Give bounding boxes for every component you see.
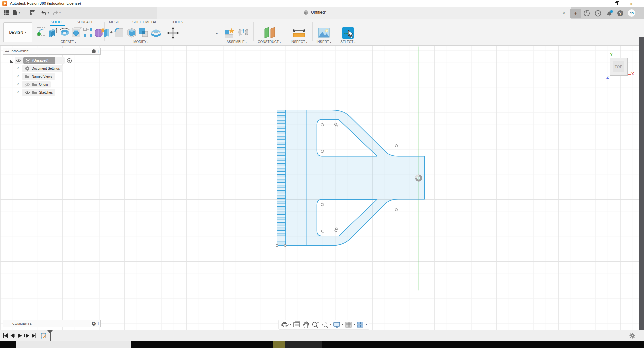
undo-icon[interactable] (41, 10, 47, 15)
redo-icon[interactable] (53, 10, 59, 15)
expander-collapsed-icon[interactable]: ▷ (17, 66, 19, 69)
grid-caret[interactable]: ▾ (354, 323, 355, 326)
sketch-comb-tooth[interactable] (277, 180, 285, 182)
workspace-switcher-design[interactable]: DESIGN ▾ (3, 22, 32, 42)
sketch-profile-fill[interactable] (277, 110, 424, 246)
combine-icon[interactable] (138, 27, 149, 39)
sketch-comb-tooth[interactable] (277, 185, 285, 188)
insert-image-icon[interactable] (317, 27, 330, 39)
help-icon[interactable]: ? (617, 10, 624, 17)
window-minimize-button[interactable] (596, 1, 606, 7)
sketch-point[interactable] (321, 203, 324, 206)
collapse-panel-icon[interactable]: ◀◀ (5, 50, 9, 53)
sketch-point[interactable] (321, 230, 324, 232)
look-at-icon[interactable] (293, 321, 301, 328)
group-label-modify[interactable]: MODIFY ▾ (123, 40, 159, 44)
timeline-sketch-feature[interactable] (40, 333, 47, 341)
sketch-point[interactable] (335, 228, 338, 230)
sketch-comb-tooth[interactable] (277, 115, 285, 118)
sketch-point[interactable] (395, 145, 398, 147)
split-body-icon[interactable] (150, 27, 162, 39)
comments-grip-icon[interactable]: ❘❘ (95, 322, 100, 325)
document-tab-close-icon[interactable]: × (561, 10, 567, 15)
browser-row-sketches[interactable]: ▷ Sketches (3, 89, 101, 97)
sketch-point[interactable] (335, 229, 337, 232)
browser-row-named-views[interactable]: ▷ Named Views (3, 73, 101, 81)
file-menu-icon[interactable] (13, 10, 17, 16)
timeline-settings-gear-icon[interactable] (629, 332, 636, 339)
sketch-endpoint[interactable] (284, 244, 286, 246)
sketch-point[interactable] (335, 123, 337, 125)
expander-collapsed-icon[interactable]: ▷ (17, 90, 19, 93)
tab-sheet-metal[interactable]: SHEET METAL (132, 19, 157, 26)
create-sketch-icon[interactable] (36, 27, 47, 39)
construct-plane-icon[interactable] (263, 27, 277, 39)
sketch-comb-tooth[interactable] (277, 223, 285, 225)
sketch-comb-tooth[interactable] (277, 142, 285, 145)
joint-icon[interactable] (237, 27, 249, 39)
browser-row-origin[interactable]: ▷ Origin (3, 81, 101, 89)
tab-tools[interactable]: TOOLS (171, 19, 183, 26)
sketch-comb-tooth[interactable] (277, 169, 285, 171)
pan-hand-icon[interactable] (302, 321, 310, 328)
press-pull-icon[interactable] (103, 27, 113, 39)
fit-caret[interactable]: ▾ (330, 323, 332, 326)
save-icon[interactable] (30, 10, 35, 15)
sketch-comb-tooth[interactable] (277, 174, 285, 177)
new-component-icon[interactable] (224, 27, 237, 39)
expander-expanded-icon[interactable] (10, 59, 13, 63)
visibility-eye-icon[interactable] (25, 91, 30, 95)
sketch-comb-tooth[interactable] (277, 190, 285, 193)
grid-settings-icon[interactable] (345, 321, 353, 328)
app-grid-menu-icon[interactable] (3, 10, 9, 16)
sketch-comb-tooth[interactable] (277, 163, 285, 166)
timeline-go-to-end-button[interactable] (31, 333, 37, 338)
sketch-comb-tooth[interactable] (277, 228, 285, 231)
fillet-icon[interactable] (113, 27, 125, 39)
comments-bar[interactable]: COMMENTS + ❘❘ (3, 320, 101, 327)
sketch-comb-tooth[interactable] (277, 206, 285, 209)
zoom-icon[interactable] (311, 321, 319, 328)
file-menu-caret[interactable]: ▾ (19, 11, 20, 14)
timeline-step-back-button[interactable] (10, 333, 16, 338)
timeline-step-forward-button[interactable] (24, 333, 30, 338)
sketch-comb-tooth[interactable] (277, 201, 285, 204)
sketch-comb-tooth[interactable] (277, 241, 285, 245)
sketch-comb-tooth[interactable] (277, 137, 285, 139)
group-label-assemble[interactable]: ASSEMBLE ▾ (218, 40, 255, 44)
new-tab-button[interactable]: + (570, 9, 581, 18)
notifications-bell-icon[interactable] (606, 10, 613, 17)
display-settings-icon[interactable] (333, 321, 341, 328)
sketch-comb-tooth[interactable] (277, 217, 285, 220)
sketch-endpoint[interactable] (276, 244, 278, 246)
user-avatar[interactable]: JB (628, 9, 636, 17)
window-restore-button[interactable] (611, 1, 621, 7)
viewports-icon[interactable] (356, 321, 364, 328)
sketch-comb-tooth[interactable] (277, 212, 285, 214)
extensions-icon[interactable] (583, 10, 590, 17)
sketch-point[interactable] (335, 125, 337, 127)
modify-flyout-icon[interactable]: ▸ (216, 31, 218, 35)
revolve-icon[interactable] (59, 27, 71, 39)
sketch-comb-tooth[interactable] (277, 153, 285, 155)
display-caret[interactable]: ▾ (342, 323, 343, 326)
sketch-comb-tooth[interactable] (277, 121, 285, 123)
extrude-icon[interactable] (47, 27, 58, 39)
window-close-button[interactable]: × (626, 1, 636, 7)
timeline-go-to-start-button[interactable] (3, 333, 8, 338)
browser-grip-icon[interactable]: ❘❘ (94, 49, 100, 53)
sketch-point[interactable] (321, 124, 324, 126)
viewports-caret[interactable]: ▾ (366, 323, 367, 326)
undo-caret[interactable]: ▾ (48, 11, 49, 14)
sketch-comb-tooth[interactable] (277, 158, 285, 161)
browser-panel-header[interactable]: ◀◀ BROWSER − ❘❘ (3, 48, 101, 55)
sketch-comb-tooth[interactable] (277, 196, 285, 198)
tab-surface[interactable]: SURFACE (77, 19, 94, 26)
view-cube-face-label[interactable]: TOP (613, 61, 624, 72)
sketch-comb-tooth[interactable] (277, 110, 285, 113)
orbit-caret[interactable]: ▾ (290, 323, 291, 326)
pattern-icon[interactable] (83, 27, 93, 39)
sketch-comb-tooth[interactable] (277, 147, 285, 150)
move-copy-icon[interactable] (167, 27, 179, 39)
sketch-point[interactable] (321, 150, 324, 152)
